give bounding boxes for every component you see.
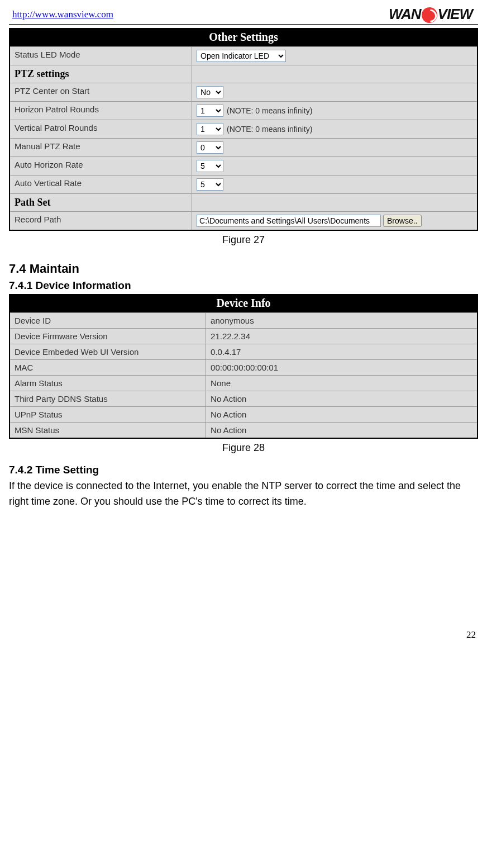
label-firmware: Device Firmware Version <box>10 329 206 344</box>
row-alarm: Alarm Status None <box>10 375 477 391</box>
row-firmware: Device Firmware Version 21.22.2.34 <box>10 328 477 344</box>
heading-7-4-2: 7.4.2 Time Setting <box>9 464 478 476</box>
label-auto-horizon-rate: Auto Horizon Rate <box>10 157 192 175</box>
note-vertical-patrol: (NOTE: 0 means infinity) <box>227 125 312 134</box>
value-alarm: None <box>206 376 477 391</box>
device-info-title: Device Info <box>10 295 477 312</box>
select-manual-rate[interactable]: 0 <box>197 141 223 154</box>
label-mac: MAC <box>10 360 206 375</box>
label-upnp: UPnP Status <box>10 407 206 422</box>
label-webui: Device Embeded Web UI Version <box>10 344 206 359</box>
browse-button[interactable]: Browse.. <box>383 215 421 227</box>
header-url-link[interactable]: http://www.wansview.com <box>9 9 113 20</box>
label-vertical-patrol: Vertical Patrol Rounds <box>10 120 192 138</box>
select-status-led[interactable]: Open Indicator LED <box>197 50 286 62</box>
logo-text-right: VIEW <box>438 6 472 22</box>
row-path-heading: Path Set <box>10 193 477 211</box>
logo-text-left: WAN <box>389 6 421 22</box>
row-horizon-patrol: Horizon Patrol Rounds 1 (NOTE: 0 means i… <box>10 101 477 120</box>
row-vertical-patrol: Vertical Patrol Rounds 1 (NOTE: 0 means … <box>10 120 477 138</box>
row-ptz-center: PTZ Center on Start No <box>10 83 477 101</box>
figure27-caption: Figure 27 <box>9 234 478 246</box>
value-firmware: 21.22.2.34 <box>206 329 477 344</box>
row-mac: MAC 00:00:00:00:00:01 <box>10 359 477 375</box>
select-vertical-patrol[interactable]: 1 <box>197 123 223 135</box>
value-device-id: anonymous <box>206 313 477 328</box>
label-ddns: Third Party DDNS Status <box>10 391 206 406</box>
value-ddns: No Action <box>206 391 477 406</box>
label-msn: MSN Status <box>10 423 206 438</box>
value-mac: 00:00:00:00:00:01 <box>206 360 477 375</box>
other-settings-panel: Other Settings Status LED Mode Open Indi… <box>9 28 478 231</box>
row-auto-vertical-rate: Auto Vertical Rate 5 <box>10 175 477 193</box>
value-webui: 0.0.4.17 <box>206 344 477 359</box>
row-manual-rate: Manual PTZ Rate 0 <box>10 138 477 156</box>
label-auto-vertical-rate: Auto Vertical Rate <box>10 176 192 193</box>
row-ddns: Third Party DDNS Status No Action <box>10 391 477 406</box>
brand-logo: WANVIEW <box>389 6 478 23</box>
logo-swirl-icon <box>422 7 437 23</box>
page-number: 22 <box>466 629 476 641</box>
label-path-heading: Path Set <box>10 194 192 211</box>
label-ptz-center: PTZ Center on Start <box>10 83 192 101</box>
other-settings-title: Other Settings <box>10 29 477 46</box>
row-ptz-heading: PTZ settings <box>10 65 477 83</box>
label-status-led: Status LED Mode <box>10 47 192 65</box>
select-auto-vertical-rate[interactable]: 5 <box>197 178 223 191</box>
label-horizon-patrol: Horizon Patrol Rounds <box>10 102 192 120</box>
select-auto-horizon-rate[interactable]: 5 <box>197 160 223 172</box>
row-status-led: Status LED Mode Open Indicator LED <box>10 46 477 65</box>
select-ptz-center[interactable]: No <box>197 86 223 98</box>
row-webui: Device Embeded Web UI Version 0.0.4.17 <box>10 344 477 359</box>
row-upnp: UPnP Status No Action <box>10 406 477 422</box>
value-upnp: No Action <box>206 407 477 422</box>
value-msn: No Action <box>206 423 477 438</box>
heading-7-4-1: 7.4.1 Device Information <box>9 279 478 292</box>
label-device-id: Device ID <box>10 313 206 328</box>
body-7-4-2: If the device is connected to the Intern… <box>9 478 478 510</box>
input-record-path[interactable] <box>197 215 381 227</box>
note-horizon-patrol: (NOTE: 0 means infinity) <box>227 106 312 115</box>
row-auto-horizon-rate: Auto Horizon Rate 5 <box>10 156 477 175</box>
select-horizon-patrol[interactable]: 1 <box>197 105 223 117</box>
label-ptz-heading: PTZ settings <box>10 65 192 83</box>
label-manual-rate: Manual PTZ Rate <box>10 139 192 156</box>
figure28-caption: Figure 28 <box>9 442 478 454</box>
heading-7-4: 7.4 Maintain <box>9 262 478 276</box>
row-msn: MSN Status No Action <box>10 422 477 438</box>
row-record-path: Record Path Browse.. <box>10 211 477 230</box>
row-device-id: Device ID anonymous <box>10 312 477 328</box>
device-info-panel: Device Info Device ID anonymous Device F… <box>9 294 478 439</box>
label-record-path: Record Path <box>10 212 192 230</box>
page-header: http://www.wansview.com WANVIEW <box>9 6 478 25</box>
label-alarm: Alarm Status <box>10 376 206 391</box>
